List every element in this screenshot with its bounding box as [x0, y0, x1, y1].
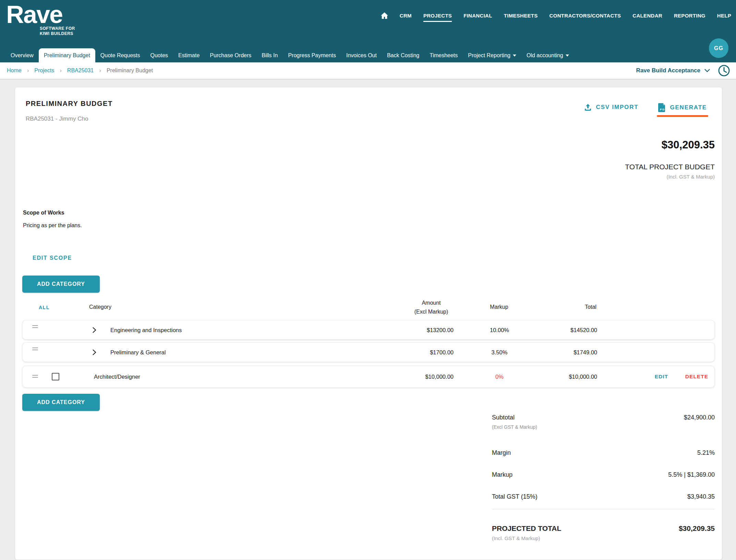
project-selector[interactable]: Rave Build Acceptance [636, 67, 710, 74]
add-category-button-bottom[interactable]: ADD CATEGORY [22, 394, 100, 411]
category-name[interactable]: Architect/Designer [94, 374, 140, 380]
chevron-down-icon [513, 54, 516, 57]
column-header-markup: Markup [465, 304, 533, 310]
tab-old-accounting[interactable]: Old accounting [521, 48, 574, 62]
chevron-down-icon [566, 54, 569, 57]
gst-label: Total GST (15%) [492, 493, 538, 500]
category-total: $14520.00 [570, 327, 597, 333]
chevron-down-icon [704, 69, 710, 72]
category-row-architect-designer: Architect/Designer $10,000.00 0% $10,000… [22, 366, 715, 388]
category-amount: $10,000.00 [425, 374, 454, 380]
row-checkbox[interactable] [52, 373, 59, 380]
edit-button[interactable]: EDIT [655, 374, 668, 380]
logo-wordmark: Rave [6, 2, 75, 27]
nav-help[interactable]: HELP [717, 13, 731, 19]
nav-financial[interactable]: FINANCIAL [463, 13, 492, 19]
home-icon[interactable] [381, 12, 388, 19]
projected-total-row: PROJECTED TOTAL $30,209.35 [492, 524, 715, 533]
page-title: PRELIMINARY BUDGET [26, 100, 113, 108]
total-budget-block: $30,209.35 TOTAL PROJECT BUDGET (Incl. G… [625, 139, 715, 180]
delete-button[interactable]: DELETE [685, 374, 708, 380]
category-markup: 0% [474, 374, 525, 380]
total-budget-amount: $30,209.35 [625, 139, 715, 151]
tab-quote-requests[interactable]: Quote Requests [95, 48, 145, 62]
csv-import-button[interactable]: CSV IMPORT [584, 103, 639, 111]
app-header: Rave SOFTWARE FOR KIWI BUILDERS CRM PROJ… [0, 0, 736, 62]
upload-icon [584, 103, 592, 111]
tab-purchase-orders[interactable]: Purchase Orders [205, 48, 256, 62]
total-budget-label: TOTAL PROJECT BUDGET [625, 163, 715, 171]
projected-total-label: PROJECTED TOTAL [492, 524, 561, 533]
subtotal-value: $24,900.00 [684, 414, 715, 421]
nav-contractors-contacts[interactable]: CONTRACTORS/CONTACTS [550, 13, 621, 19]
tab-estimate[interactable]: Estimate [173, 48, 205, 62]
breadcrumb-projects[interactable]: Projects [34, 68, 54, 74]
drag-handle-icon[interactable] [32, 325, 38, 329]
logo-tagline: SOFTWARE FOR KIWI BUILDERS [40, 26, 75, 36]
tab-invoices-out[interactable]: Invoices Out [341, 48, 382, 62]
budget-summary: Subtotal $24,900.00 (Excl GST & Markup) … [492, 414, 715, 541]
rave-logo[interactable]: Rave SOFTWARE FOR KIWI BUILDERS [6, 2, 75, 36]
gst-value: $3,940.35 [687, 493, 715, 500]
markup-value: 5.5% | $1,369.00 [668, 471, 715, 478]
expand-chevron-icon[interactable] [92, 349, 96, 355]
tab-overview[interactable]: Overview [5, 48, 39, 62]
projected-total-value: $30,209.35 [679, 524, 715, 533]
category-name[interactable]: Preliminary & General [110, 349, 166, 355]
margin-row: Margin 5.21% [492, 449, 715, 456]
svg-text:PDF: PDF [660, 108, 666, 111]
preliminary-budget-card: PRELIMINARY BUDGET RBA25031 - Jimmy Cho … [15, 87, 722, 560]
page-body: PRELIMINARY BUDGET RBA25031 - Jimmy Cho … [0, 80, 736, 560]
category-name[interactable]: Engineering and Inspections [110, 327, 182, 333]
category-amount: $13200.00 [427, 327, 454, 333]
tab-project-reporting[interactable]: Project Reporting [463, 48, 521, 62]
summary-divider [492, 509, 715, 509]
clock-icon[interactable] [717, 64, 731, 77]
breadcrumb-right: Rave Build Acceptance [636, 62, 731, 79]
markup-label: Markup [492, 471, 512, 478]
add-category-button-top[interactable]: ADD CATEGORY [22, 276, 100, 293]
nav-calendar[interactable]: CALENDAR [632, 13, 662, 19]
category-table-header: ALL Category Amount (Excl Markup) Markup… [22, 297, 715, 318]
breadcrumb-separator: › [27, 67, 29, 74]
nav-crm[interactable]: CRM [400, 13, 412, 19]
subtotal-label: Subtotal [492, 414, 515, 421]
category-amount: $1700.00 [430, 349, 454, 355]
subtotal-row: Subtotal $24,900.00 [492, 414, 715, 421]
edit-scope-button[interactable]: EDIT SCOPE [33, 255, 72, 261]
scope-of-works-heading: Scope of Works [23, 210, 64, 216]
column-header-total: Total [556, 304, 625, 310]
tab-bills-in[interactable]: Bills In [256, 48, 283, 62]
category-total: $1749.00 [574, 349, 597, 355]
expand-chevron-icon[interactable] [92, 327, 96, 333]
column-header-category: Category [89, 304, 111, 310]
filter-all-link[interactable]: ALL [39, 305, 50, 310]
top-nav: CRM PROJECTS FINANCIAL TIMESHEETS CONTRA… [381, 12, 731, 19]
project-tab-bar: Overview Preliminary Budget Quote Reques… [0, 48, 736, 62]
tab-preliminary-budget[interactable]: Preliminary Budget [39, 48, 95, 62]
generate-button[interactable]: PDF GENERATE [658, 103, 707, 117]
markup-row: Markup 5.5% | $1,369.00 [492, 471, 715, 478]
nav-projects[interactable]: PROJECTS [423, 13, 452, 19]
total-budget-note: (Incl. GST & Markup) [625, 174, 715, 180]
nav-timesheets[interactable]: TIMESHEETS [504, 13, 538, 19]
drag-handle-icon[interactable] [32, 348, 38, 352]
gst-row: Total GST (15%) $3,940.35 [492, 493, 715, 500]
breadcrumb-project-code[interactable]: RBA25031 [67, 68, 94, 74]
breadcrumb-home[interactable]: Home [7, 68, 22, 74]
nav-reporting[interactable]: REPORTING [674, 13, 705, 19]
category-markup: 10.00% [474, 327, 525, 333]
project-subtitle: RBA25031 - Jimmy Cho [26, 115, 88, 122]
card-actions: CSV IMPORT PDF GENERATE [584, 103, 707, 117]
tab-timesheets[interactable]: Timesheets [424, 48, 463, 62]
tab-back-costing[interactable]: Back Costing [382, 48, 424, 62]
margin-value: 5.21% [697, 449, 715, 456]
projected-total-note: (Incl. GST & Markup) [492, 535, 715, 541]
tab-progress-payments[interactable]: Progress Payments [283, 48, 341, 62]
user-avatar[interactable]: GG [709, 38, 728, 58]
tab-quotes[interactable]: Quotes [145, 48, 173, 62]
category-row-engineering: Engineering and Inspections $13200.00 10… [22, 320, 715, 340]
category-markup: 3.50% [474, 349, 525, 355]
pdf-file-icon: PDF [658, 103, 666, 112]
drag-handle-icon[interactable] [32, 375, 38, 379]
